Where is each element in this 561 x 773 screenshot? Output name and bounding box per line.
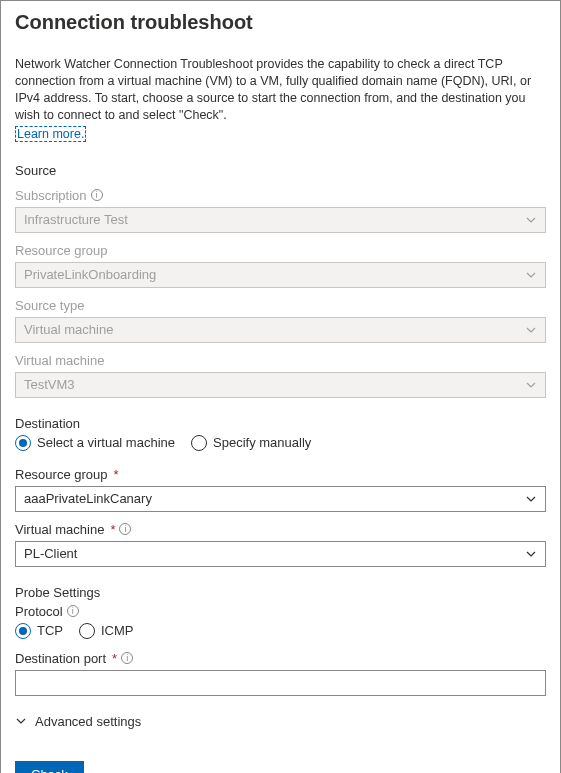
info-icon[interactable]: i xyxy=(119,523,131,535)
chevron-down-icon xyxy=(15,715,27,727)
destination-option-vm[interactable]: Select a virtual machine xyxy=(15,435,175,451)
protocol-label-text: Protocol xyxy=(15,604,63,619)
subscription-dropdown: Infrastructure Test xyxy=(15,207,546,233)
radio-icon xyxy=(79,623,95,639)
source-resource-group-value: PrivateLinkOnboarding xyxy=(24,267,156,282)
dest-resource-group-label: Resource group * xyxy=(15,467,546,482)
subscription-label-text: Subscription xyxy=(15,188,87,203)
dest-resource-group-value: aaaPrivateLinkCanary xyxy=(24,491,152,506)
destination-mode-radio-group: Select a virtual machine Specify manuall… xyxy=(15,435,546,451)
source-vm-value: TestVM3 xyxy=(24,377,75,392)
protocol-radio-group: TCP ICMP xyxy=(15,623,546,639)
required-marker: * xyxy=(114,467,119,482)
dest-resource-group-dropdown[interactable]: aaaPrivateLinkCanary xyxy=(15,486,546,512)
source-resource-group-label: Resource group xyxy=(15,243,546,258)
source-heading: Source xyxy=(15,163,546,178)
source-vm-dropdown: TestVM3 xyxy=(15,372,546,398)
protocol-label: Protocol i xyxy=(15,604,546,619)
advanced-settings-expander[interactable]: Advanced settings xyxy=(15,710,546,733)
learn-more-link[interactable]: Learn more. xyxy=(15,126,86,142)
chevron-down-icon xyxy=(525,379,537,391)
dest-vm-value: PL-Client xyxy=(24,546,77,561)
check-button[interactable]: Check xyxy=(15,761,84,774)
connection-troubleshoot-panel: Connection troubleshoot Network Watcher … xyxy=(0,0,561,773)
destination-heading: Destination xyxy=(15,416,546,431)
dest-vm-label-text: Virtual machine xyxy=(15,522,104,537)
radio-icon xyxy=(15,435,31,451)
required-marker: * xyxy=(112,651,117,666)
protocol-option-tcp[interactable]: TCP xyxy=(15,623,63,639)
subscription-label: Subscription i xyxy=(15,188,546,203)
source-type-label: Source type xyxy=(15,298,546,313)
dest-resource-group-label-text: Resource group xyxy=(15,467,108,482)
page-title: Connection troubleshoot xyxy=(1,1,560,42)
chevron-down-icon xyxy=(525,493,537,505)
info-icon[interactable]: i xyxy=(91,189,103,201)
destination-option-vm-label: Select a virtual machine xyxy=(37,435,175,450)
protocol-option-icmp[interactable]: ICMP xyxy=(79,623,134,639)
radio-icon xyxy=(15,623,31,639)
source-type-value: Virtual machine xyxy=(24,322,113,337)
dest-port-label-text: Destination port xyxy=(15,651,106,666)
subscription-value: Infrastructure Test xyxy=(24,212,128,227)
destination-option-manual[interactable]: Specify manually xyxy=(191,435,311,451)
chevron-down-icon xyxy=(525,269,537,281)
required-marker: * xyxy=(110,522,115,537)
description-text: Network Watcher Connection Troubleshoot … xyxy=(15,56,546,124)
source-vm-label: Virtual machine xyxy=(15,353,546,368)
panel-content: Network Watcher Connection Troubleshoot … xyxy=(1,42,560,773)
probe-settings-heading: Probe Settings xyxy=(15,585,546,600)
dest-vm-label: Virtual machine * i xyxy=(15,522,546,537)
info-icon[interactable]: i xyxy=(121,652,133,664)
protocol-option-icmp-label: ICMP xyxy=(101,623,134,638)
advanced-settings-label: Advanced settings xyxy=(35,714,141,729)
protocol-option-tcp-label: TCP xyxy=(37,623,63,638)
chevron-down-icon xyxy=(525,548,537,560)
chevron-down-icon xyxy=(525,324,537,336)
dest-port-input[interactable] xyxy=(15,670,546,696)
info-icon[interactable]: i xyxy=(67,605,79,617)
destination-option-manual-label: Specify manually xyxy=(213,435,311,450)
source-resource-group-dropdown: PrivateLinkOnboarding xyxy=(15,262,546,288)
source-type-dropdown: Virtual machine xyxy=(15,317,546,343)
radio-icon xyxy=(191,435,207,451)
chevron-down-icon xyxy=(525,214,537,226)
dest-port-label: Destination port * i xyxy=(15,651,546,666)
dest-vm-dropdown[interactable]: PL-Client xyxy=(15,541,546,567)
